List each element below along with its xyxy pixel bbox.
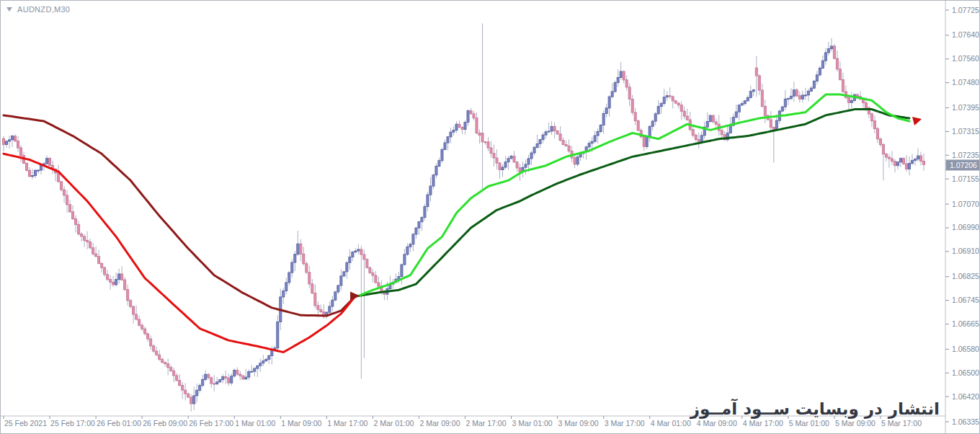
bull-candle: [660, 104, 662, 107]
bear-candle: [919, 156, 922, 161]
bull-candle: [781, 107, 783, 111]
bear-candle: [98, 257, 100, 264]
bear-candle: [847, 97, 850, 102]
bear-candle: [110, 279, 112, 282]
bear-candle: [856, 94, 858, 97]
bear-candle: [692, 130, 694, 136]
bull-candle: [594, 136, 596, 141]
bull-candle: [729, 125, 731, 133]
bear-candle: [470, 111, 472, 114]
price-axis-label: 1.07070: [952, 200, 979, 208]
bull-candle: [824, 53, 827, 61]
bull-candle: [533, 147, 535, 153]
bull-candle: [646, 137, 648, 147]
bull-candle: [810, 88, 812, 91]
bear-candle: [559, 134, 561, 141]
bull-candle: [617, 77, 619, 82]
bear-candle: [669, 96, 671, 97]
candlestick-chart[interactable]: 1.077251.076401.075601.074801.073951.073…: [0, 0, 980, 434]
bull-candle: [334, 292, 337, 300]
bear-candle: [78, 224, 80, 234]
bear-candle: [490, 148, 492, 154]
bull-candle: [352, 252, 354, 257]
bull-candle: [530, 153, 533, 159]
bear-candle: [159, 355, 161, 359]
bull-candle: [747, 97, 749, 101]
time-axis-label: 26 Feb 09:00: [143, 419, 187, 428]
bear-candle: [842, 80, 844, 92]
chart-window: 1.077251.076401.075601.074801.073951.073…: [0, 0, 980, 434]
bear-candle: [147, 334, 149, 339]
bull-candle: [548, 131, 550, 132]
bull-candle: [738, 105, 740, 112]
bear-candle: [369, 267, 371, 273]
bull-candle: [337, 285, 339, 292]
bear-candle: [127, 290, 129, 301]
bull-candle: [539, 140, 541, 144]
bear-candle: [20, 148, 22, 156]
price-axis-label: 1.06745: [952, 296, 979, 304]
bear-candle: [150, 339, 152, 346]
chevron-down-icon[interactable]: [6, 7, 12, 12]
bull-candle: [441, 149, 443, 160]
bear-candle: [104, 267, 106, 275]
time-axis-label: 3 Mar 09:00: [558, 419, 599, 428]
price-axis-label: 1.06990: [952, 223, 979, 231]
bear-candle: [308, 273, 311, 284]
bull-candle: [282, 291, 285, 297]
bull-candle: [453, 130, 455, 133]
bull-candle: [709, 115, 711, 121]
bear-candle: [553, 126, 556, 130]
bear-candle: [721, 130, 723, 135]
bear-candle: [3, 138, 5, 144]
time-axis-label: 25 Feb 17:00: [50, 419, 95, 428]
price-axis-label: 1.06335: [952, 417, 979, 426]
bear-candle: [306, 264, 308, 273]
time-axis-label: 5 Mar 09:00: [835, 419, 876, 428]
bear-candle: [770, 120, 772, 128]
bull-candle: [827, 49, 829, 53]
bull-candle: [620, 71, 622, 77]
bull-candle: [504, 162, 507, 167]
symbol-text: AUDNZD,M30: [17, 5, 70, 14]
bear-candle: [300, 244, 302, 254]
bear-candle: [493, 154, 495, 158]
bull-candle: [706, 122, 708, 128]
bull-candle: [899, 159, 901, 162]
bear-candle: [72, 212, 74, 219]
bull-candle: [432, 175, 435, 186]
bull-candle: [115, 280, 117, 285]
bear-candle: [75, 219, 77, 225]
bear-candle: [378, 283, 380, 286]
price-axis-label: 1.06420: [952, 392, 979, 401]
bear-candle: [360, 249, 362, 254]
time-axis-label: 26 Feb 17:00: [189, 419, 233, 428]
bull-candle: [510, 156, 512, 159]
bull-candle: [412, 234, 414, 244]
bear-candle: [796, 90, 798, 96]
bear-candle: [556, 131, 558, 134]
bear-candle: [242, 376, 244, 379]
time-axis-label: 1 Mar 17:00: [327, 419, 368, 428]
bear-candle: [634, 112, 636, 121]
bear-candle: [873, 121, 876, 129]
bull-candle: [196, 390, 198, 396]
bear-candle: [891, 159, 893, 161]
bull-candle: [611, 92, 613, 97]
bear-candle: [885, 154, 887, 157]
bear-candle: [133, 306, 135, 314]
bull-candle: [917, 156, 919, 159]
bull-candle: [294, 254, 296, 262]
bear-candle: [574, 158, 576, 164]
bear-candle: [758, 76, 760, 90]
bear-candle: [476, 118, 478, 133]
bear-candle: [637, 121, 639, 130]
bull-candle: [605, 108, 607, 114]
bull-candle: [542, 135, 544, 139]
bull-candle: [525, 164, 527, 167]
bull-candle: [804, 95, 806, 96]
bull-candle: [6, 141, 8, 144]
bear-candle: [14, 136, 17, 141]
bear-candle: [84, 236, 86, 241]
price-axis-label: 1.06580: [952, 345, 979, 353]
